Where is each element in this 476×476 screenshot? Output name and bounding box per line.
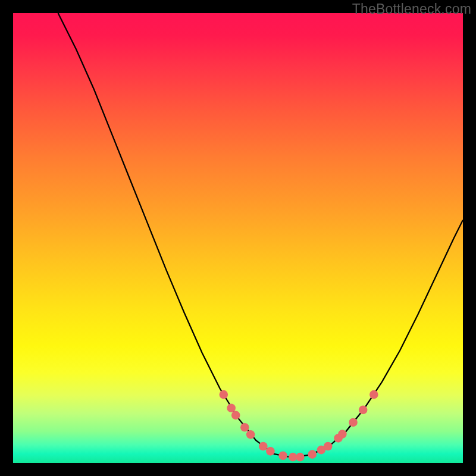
data-marker bbox=[278, 452, 287, 461]
data-marker bbox=[266, 447, 275, 456]
bottleneck-curve bbox=[58, 13, 463, 458]
data-marker bbox=[349, 418, 358, 427]
chart-svg bbox=[13, 13, 463, 463]
data-marker bbox=[296, 453, 305, 462]
chart-frame: TheBottleneck.com bbox=[0, 0, 476, 476]
data-marker bbox=[240, 423, 249, 432]
marker-group bbox=[220, 390, 378, 462]
data-marker bbox=[220, 390, 228, 399]
data-marker bbox=[227, 403, 236, 412]
data-marker bbox=[369, 390, 378, 399]
plot-area bbox=[13, 13, 463, 463]
data-marker bbox=[308, 450, 317, 459]
data-marker bbox=[246, 430, 255, 439]
data-marker bbox=[359, 405, 368, 414]
data-marker bbox=[338, 430, 347, 439]
data-marker bbox=[259, 442, 268, 451]
data-marker bbox=[231, 411, 240, 420]
watermark-text: TheBottleneck.com bbox=[352, 1, 471, 17]
data-marker bbox=[324, 442, 333, 451]
